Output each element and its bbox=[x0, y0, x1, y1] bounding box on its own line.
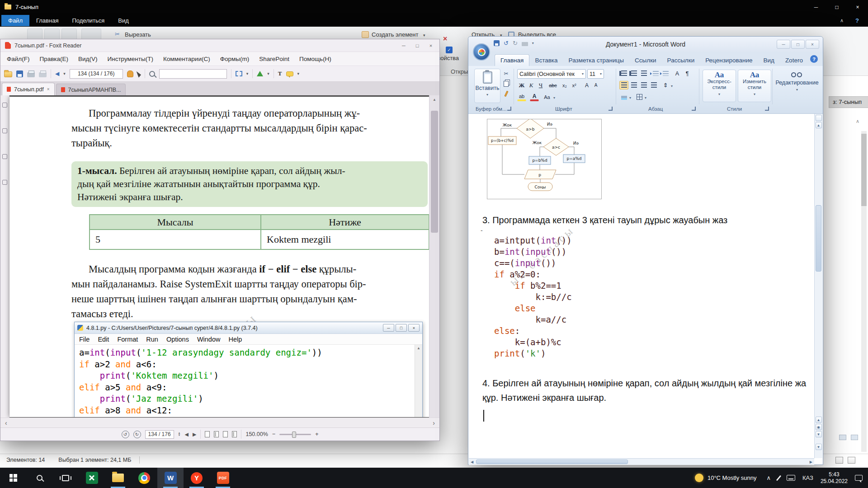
sort-button[interactable]: А bbox=[673, 69, 682, 78]
word-horizontal-scrollbar[interactable]: ◀ ▶ bbox=[469, 458, 814, 465]
taskbar-chrome[interactable] bbox=[131, 468, 157, 488]
change-styles-button[interactable]: Аа Изменить стили ▾ bbox=[738, 70, 771, 102]
highlight-color-button[interactable]: ab bbox=[517, 93, 526, 101]
scroll-left-icon[interactable]: ‹ bbox=[5, 419, 7, 427]
minimize-button[interactable]: ─ bbox=[397, 40, 410, 51]
continuous-facing-view-icon[interactable] bbox=[232, 431, 237, 437]
superscript-button[interactable]: x² bbox=[570, 81, 579, 89]
ribbon-tab[interactable]: Zotero bbox=[780, 55, 808, 66]
open-file-icon[interactable] bbox=[4, 71, 12, 77]
grow-font-button[interactable]: А bbox=[582, 81, 591, 89]
dialog-launcher-icon[interactable] bbox=[765, 107, 769, 111]
touch-keyboard-icon[interactable] bbox=[787, 475, 795, 481]
background-scrollbar[interactable] bbox=[861, 131, 867, 452]
align-right-button[interactable] bbox=[639, 81, 648, 89]
maximize-button[interactable]: □ bbox=[410, 40, 424, 51]
ribbon-tab[interactable]: Разметка страницы bbox=[563, 55, 629, 66]
increase-indent-button[interactable] bbox=[661, 69, 670, 78]
numbering-button[interactable] bbox=[629, 69, 638, 78]
cut-button[interactable]: ✂ bbox=[502, 70, 510, 78]
next-view-icon[interactable]: ↻ bbox=[133, 431, 141, 438]
scrollbar-thumb[interactable] bbox=[431, 111, 438, 233]
comments-panel-icon[interactable] bbox=[2, 180, 7, 185]
tab-file[interactable]: Файл bbox=[1, 15, 29, 26]
dialog-launcher-icon[interactable] bbox=[609, 107, 613, 111]
help-icon[interactable]: ? bbox=[810, 55, 818, 63]
zoom-slider[interactable] bbox=[279, 434, 311, 435]
pages-panel-icon[interactable] bbox=[2, 128, 7, 133]
ribbon-tab[interactable]: Вставка bbox=[529, 55, 563, 66]
menu-item[interactable]: Комментарии(С) bbox=[163, 56, 210, 62]
ribbon-tab[interactable]: Вид bbox=[758, 55, 779, 66]
taskbar-yandex[interactable]: Y bbox=[184, 468, 210, 488]
ribbon-tab[interactable]: Главная bbox=[495, 54, 529, 66]
scroll-right-icon[interactable]: ▶ bbox=[810, 460, 812, 464]
show-marks-button[interactable]: ¶ bbox=[683, 69, 692, 78]
notification-icon[interactable] bbox=[855, 475, 863, 481]
subscript-button[interactable]: x₂ bbox=[560, 81, 569, 89]
shrink-font-button[interactable]: А bbox=[591, 81, 600, 89]
tray-expand-icon[interactable]: ∧ bbox=[766, 474, 771, 481]
copy-button[interactable] bbox=[502, 80, 510, 88]
language-indicator[interactable]: КАЗ bbox=[802, 474, 813, 481]
chevron-down-icon[interactable]: ▾ bbox=[532, 41, 534, 45]
previous-page-icon[interactable]: ◀ bbox=[55, 70, 59, 77]
previous-view-icon[interactable]: ↺ bbox=[122, 431, 129, 438]
save-icon[interactable] bbox=[16, 70, 23, 77]
scrollbar-thumb[interactable] bbox=[816, 205, 821, 272]
taskbar-excel[interactable] bbox=[79, 468, 105, 488]
continuous-view-icon[interactable] bbox=[214, 431, 219, 437]
typewriter-icon[interactable]: T bbox=[278, 70, 282, 77]
ribbon-collapse-icon[interactable]: ∧ bbox=[840, 18, 844, 23]
maximize-button[interactable]: □ bbox=[791, 40, 805, 49]
ribbon-tab[interactable]: Ссылки bbox=[629, 55, 662, 66]
dialog-launcher-icon[interactable] bbox=[507, 107, 511, 111]
underline-button[interactable]: Ч bbox=[536, 81, 545, 89]
print-icon[interactable] bbox=[522, 42, 528, 46]
font-color-button[interactable]: А bbox=[530, 93, 539, 101]
scroll-up-icon[interactable]: ▲ bbox=[816, 122, 822, 128]
comment-icon[interactable] bbox=[286, 71, 293, 76]
word-vertical-scrollbar[interactable]: ▲ ▲ ◉ ▼ ▼ bbox=[814, 114, 822, 458]
office-button[interactable] bbox=[473, 43, 490, 61]
foxit-horizontal-scrollbar[interactable]: ‹ › bbox=[0, 418, 439, 427]
font-name-select[interactable]: Calibri (Основной тек ▾ bbox=[517, 69, 586, 79]
select-tool-icon[interactable] bbox=[136, 70, 142, 77]
close-tab-icon[interactable]: × bbox=[47, 87, 50, 92]
cut-button[interactable]: Вырезать bbox=[125, 31, 151, 38]
ribbon-tab[interactable]: Рецензирование bbox=[700, 55, 758, 66]
paste-button[interactable]: Вставить ▾ bbox=[474, 69, 500, 103]
justify-button[interactable] bbox=[649, 81, 658, 89]
taskbar-foxit[interactable]: PDF bbox=[210, 468, 236, 488]
search-input[interactable] bbox=[159, 69, 227, 79]
delete-icon[interactable]: × bbox=[443, 35, 447, 43]
help-icon[interactable]: ? bbox=[855, 17, 859, 24]
editing-group-button[interactable]: Редактирование ▾ bbox=[779, 70, 815, 102]
decrease-indent-button[interactable] bbox=[651, 69, 660, 78]
search-button[interactable] bbox=[26, 468, 52, 488]
document-tab-active[interactable]: 7сынып.pdf × bbox=[2, 83, 55, 95]
start-button[interactable] bbox=[0, 468, 26, 488]
close-button[interactable]: × bbox=[424, 40, 438, 51]
snapshot-icon[interactable] bbox=[236, 71, 242, 76]
scrollbar-thumb[interactable] bbox=[476, 460, 628, 464]
print-preview-icon[interactable] bbox=[39, 72, 47, 77]
line-spacing-button[interactable]: ⇕ bbox=[661, 81, 670, 89]
hand-tool-icon[interactable] bbox=[127, 70, 133, 77]
close-button[interactable]: × bbox=[847, 0, 868, 14]
view-icon[interactable] bbox=[851, 435, 858, 440]
highlight-tool-icon[interactable] bbox=[257, 71, 263, 76]
align-center-button[interactable] bbox=[629, 81, 638, 89]
clock[interactable]: 5:43 25.04.2022 bbox=[821, 471, 848, 485]
dialog-launcher-icon[interactable] bbox=[692, 107, 696, 111]
taskbar-explorer[interactable] bbox=[105, 468, 131, 488]
thumbnails-view-button[interactable] bbox=[848, 457, 855, 464]
ruler-toggle-icon[interactable] bbox=[816, 115, 822, 121]
single-page-view-icon[interactable] bbox=[205, 431, 210, 437]
ribbon-tab[interactable]: Рассылки bbox=[662, 55, 700, 66]
view-icon[interactable] bbox=[839, 435, 846, 440]
page-stepper[interactable]: ▲▼ bbox=[178, 432, 181, 436]
bookmarks-panel-icon[interactable] bbox=[2, 103, 7, 108]
font-size-select[interactable]: 11 ▾ bbox=[587, 69, 604, 79]
document-tab[interactable]: 7сыныпАРМАНПВ... bbox=[56, 84, 126, 95]
